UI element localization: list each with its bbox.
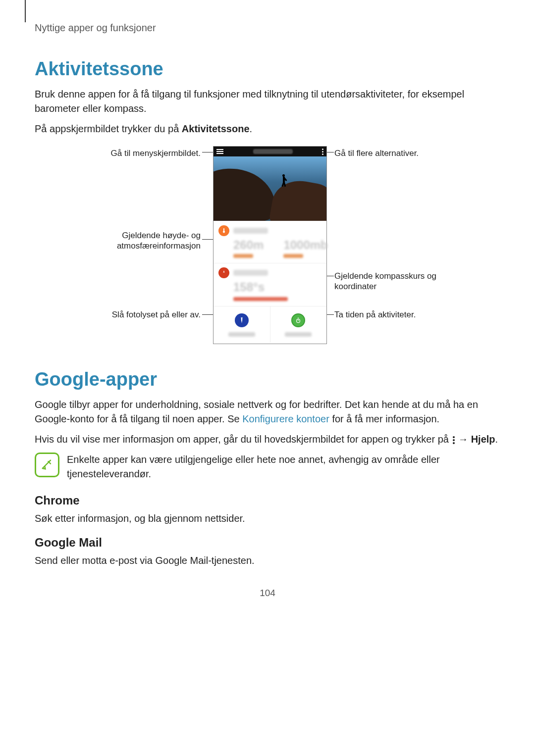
altitude-value: 260m — [233, 238, 264, 252]
callout-compass: Gjeldende kompasskurs og koordinater — [334, 271, 453, 292]
section1-p2c: . — [250, 123, 253, 134]
callout-altitude: Gjeldende høyde- og atmosfæreinformasjon — [74, 230, 201, 252]
section2-p2: Hvis du vil vise mer informasjon om appe… — [35, 432, 500, 447]
stopwatch-cell — [270, 306, 327, 343]
bottom-row — [214, 306, 326, 343]
chrome-text: Søk etter informasjon, og bla gjennom ne… — [35, 511, 500, 526]
compass-value: 158°s — [233, 280, 265, 294]
section2-p1: Google tilbyr apper for underholdning, s… — [35, 398, 500, 426]
callout-more: Gå til flere alternativer. — [334, 148, 453, 158]
flashlight-label-blur — [228, 332, 255, 337]
stopwatch-icon — [291, 313, 305, 327]
note-text: Enkelte apper kan være utilgjengelige el… — [67, 453, 500, 481]
compass-icon — [218, 267, 229, 278]
breadcrumb: Nyttige apper og funksjoner — [35, 22, 500, 34]
section1-title: Aktivitetssone — [35, 58, 500, 80]
konfigurere-kontoer-link[interactable]: Konfigurere kontoer — [242, 413, 329, 424]
leader-altitude — [202, 239, 213, 240]
svg-point-0 — [297, 319, 300, 323]
section2-p1b: for å få mer informasjon. — [329, 413, 439, 424]
more-icon-inline — [453, 436, 455, 444]
menu-icon — [216, 149, 223, 154]
pressure-value: 1000mb — [283, 238, 327, 252]
section2-p2c-bold: Hjelp — [471, 434, 495, 445]
section2-p2b: → — [456, 434, 471, 445]
gmail-heading: Google Mail — [35, 536, 500, 550]
phone-topbar — [214, 147, 326, 156]
callout-menu: Gå til menyskjermbildet. — [74, 148, 201, 158]
section2-p2a: Hvis du vil vise mer informasjon om appe… — [35, 434, 452, 445]
section2-title: Google-apper — [35, 369, 500, 390]
flashlight-cell — [214, 306, 270, 343]
margin-line — [25, 0, 26, 22]
leader-more — [327, 152, 334, 152]
phone-mock: 260m 1000mb — [213, 146, 327, 344]
pressure-sub-blur — [283, 254, 303, 258]
callout-flash: Slå fotolyset på eller av. — [74, 309, 201, 320]
leader-menu — [202, 152, 213, 152]
hero-image — [214, 156, 326, 221]
leader-compass — [327, 276, 334, 276]
altitude-sub-blur — [233, 254, 253, 258]
note-row: Enkelte apper kan være utilgjengelige el… — [35, 453, 500, 481]
topbar-title-blur — [253, 149, 293, 154]
section2-p2d: . — [495, 434, 498, 445]
barometer-panel: 260m 1000mb — [214, 221, 326, 263]
hiker-silhouette — [280, 174, 287, 187]
chrome-heading: Chrome — [35, 494, 500, 507]
stopwatch-label-blur — [285, 332, 312, 337]
gmail-text: Send eller motta e-post via Google Mail-… — [35, 554, 500, 568]
section1-p1: Bruk denne appen for å få tilgang til fu… — [35, 87, 500, 116]
barometer-label-blur — [233, 228, 268, 234]
coords-blur — [233, 297, 288, 301]
section1-p2b-bold: Aktivitetssone — [182, 123, 250, 134]
compass-label-blur — [233, 270, 268, 276]
page-number: 104 — [35, 588, 500, 599]
section1-p2: På appskjermbildet trykker du på Aktivit… — [35, 122, 500, 136]
compass-panel: 158°s — [214, 263, 326, 306]
leader-flash — [202, 314, 213, 315]
section1-p2a: På appskjermbildet trykker du på — [35, 123, 182, 134]
note-icon — [35, 453, 59, 477]
thermometer-icon — [218, 225, 229, 236]
leader-timer — [327, 314, 334, 315]
more-icon — [322, 149, 323, 155]
flashlight-icon — [235, 313, 249, 327]
activity-zone-figure: Gå til menyskjermbildet. Gjeldende høyde… — [74, 146, 461, 349]
callout-timer: Ta tiden på aktiviteter. — [334, 309, 453, 320]
